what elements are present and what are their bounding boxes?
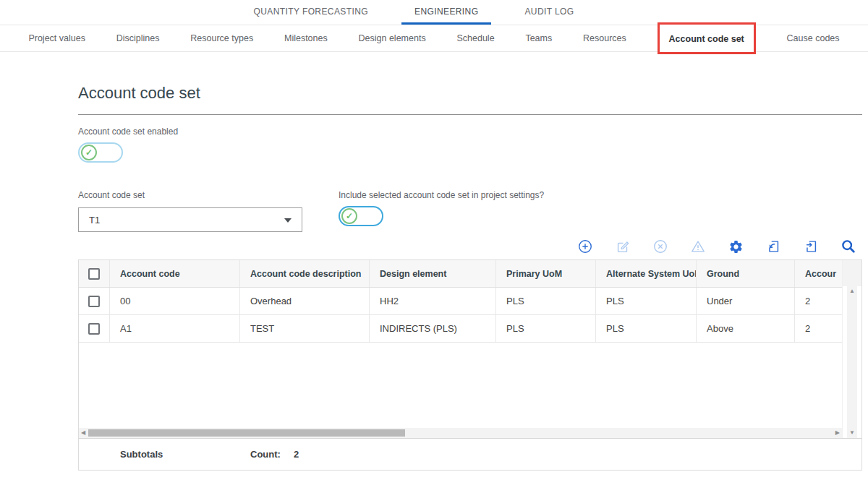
edit-row-button[interactable] <box>615 239 631 254</box>
vertical-scrollbar[interactable]: ▲ ▼ <box>842 260 861 438</box>
import-button[interactable] <box>765 239 781 254</box>
cell-account-code: A1 <box>110 315 240 342</box>
horizontal-scrollbar[interactable]: ◀ ▶ <box>79 428 842 438</box>
enabled-toggle-label: Account code set enabled <box>78 126 862 137</box>
scroll-right-arrow-icon[interactable]: ▶ <box>835 430 840 436</box>
row-checkbox[interactable] <box>88 323 100 335</box>
col-header-account-truncated[interactable]: Accour <box>795 260 842 287</box>
table-row[interactable]: 00 Overhead HH2 PLS PLS Under 2 <box>79 288 842 315</box>
horizontal-scrollbar-thumb[interactable] <box>88 429 405 437</box>
warning-icon <box>690 239 706 254</box>
cell-account-code: 00 <box>110 288 240 314</box>
cell-primary-uom: PLS <box>496 315 596 342</box>
page-title: Account code set <box>78 84 862 115</box>
cell-design-element: INDIRECTS (PLS) <box>370 315 496 342</box>
col-header-primary-uom[interactable]: Primary UoM <box>496 260 596 287</box>
top-tab-bar: QUANTITY FORECASTING ENGINEERING AUDIT L… <box>0 0 848 25</box>
remove-icon <box>652 239 668 254</box>
col-header-design-element[interactable]: Design element <box>370 260 496 287</box>
account-code-set-select[interactable]: T1 <box>78 207 302 232</box>
settings-button[interactable] <box>728 239 744 254</box>
scrollbar-corner <box>843 260 861 286</box>
tab-engineering[interactable]: ENGINEERING <box>401 0 491 25</box>
import-icon <box>765 239 781 254</box>
nav-item-milestones[interactable]: Milestones <box>284 33 328 43</box>
col-header-account-code[interactable]: Account code <box>110 260 240 287</box>
nav-item-design-elements[interactable]: Design elements <box>359 33 426 43</box>
include-toggle-label: Include selected account code set in pro… <box>339 190 544 200</box>
check-circle-icon: ✓ <box>341 208 357 224</box>
nav-item-disciplines[interactable]: Disciplines <box>116 33 160 43</box>
grid-footer-row: Subtotals Count: 2 <box>79 438 861 470</box>
add-icon <box>577 239 593 254</box>
nav-item-cause-codes[interactable]: Cause codes <box>787 33 840 43</box>
chevron-down-icon <box>284 218 292 223</box>
warning-button[interactable] <box>690 239 706 254</box>
account-code-set-enabled-toggle[interactable]: ✓ <box>78 142 123 163</box>
nav-item-resources[interactable]: Resources <box>583 33 626 43</box>
export-icon <box>803 239 819 254</box>
cell-ground: Above <box>697 315 795 342</box>
delete-row-button[interactable] <box>652 239 668 254</box>
row-checkbox[interactable] <box>88 296 100 307</box>
cell-account-code-description: Overhead <box>240 288 370 314</box>
cell-design-element: HH2 <box>370 288 496 314</box>
count-label: Count: <box>250 449 281 460</box>
nav-item-project-values[interactable]: Project values <box>28 33 85 43</box>
export-button[interactable] <box>803 239 819 254</box>
tab-quantity-forecasting[interactable]: QUANTITY FORECASTING <box>241 0 381 25</box>
col-header-alternate-system-uom[interactable]: Alternate System UoM <box>596 260 697 287</box>
add-row-button[interactable] <box>577 239 593 254</box>
grid-toolbar <box>78 236 862 257</box>
secondary-nav: Project values Disciplines Resource type… <box>0 25 868 52</box>
gear-icon <box>728 239 744 254</box>
code-set-select-label: Account code set <box>78 190 339 200</box>
nav-item-account-code-set[interactable]: Account code set <box>669 34 744 44</box>
count-value: 2 <box>294 449 299 460</box>
col-header-ground[interactable]: Ground <box>697 260 795 287</box>
subtotals-label: Subtotals <box>110 449 240 460</box>
nav-item-resource-types[interactable]: Resource types <box>190 33 253 43</box>
grid-empty-area <box>79 343 842 428</box>
check-circle-icon: ✓ <box>81 145 97 160</box>
scroll-left-arrow-icon[interactable]: ◀ <box>81 430 85 436</box>
cell-account-truncated: 2 <box>795 288 842 314</box>
cell-ground: Under <box>697 288 795 314</box>
account-code-grid: Account code Account code description De… <box>78 259 862 471</box>
table-row[interactable]: A1 TEST INDIRECTS (PLS) PLS PLS Above 2 <box>79 315 842 343</box>
nav-item-teams[interactable]: Teams <box>525 33 552 43</box>
cell-account-truncated: 2 <box>795 315 842 342</box>
scroll-down-arrow-icon[interactable]: ▼ <box>849 430 855 436</box>
nav-item-schedule[interactable]: Schedule <box>456 33 494 43</box>
scroll-up-arrow-icon[interactable]: ▲ <box>849 288 855 294</box>
cell-account-code-description: TEST <box>240 315 370 342</box>
red-highlight-box: Account code set <box>658 22 756 54</box>
include-in-project-settings-toggle[interactable]: ✓ <box>339 206 383 226</box>
select-value: T1 <box>89 215 100 226</box>
edit-icon <box>615 239 631 254</box>
select-all-checkbox[interactable] <box>88 268 100 280</box>
tab-audit-log[interactable]: AUDIT LOG <box>511 0 587 25</box>
search-button[interactable] <box>841 239 856 254</box>
cell-primary-uom: PLS <box>496 288 596 314</box>
grid-header-row: Account code Account code description De… <box>79 260 842 288</box>
col-header-account-code-description[interactable]: Account code description <box>240 260 370 287</box>
count-cell: Count: 2 <box>240 449 370 460</box>
cell-alternate-system-uom: PLS <box>596 315 697 342</box>
cell-alternate-system-uom: PLS <box>596 288 697 314</box>
search-icon <box>841 239 856 254</box>
